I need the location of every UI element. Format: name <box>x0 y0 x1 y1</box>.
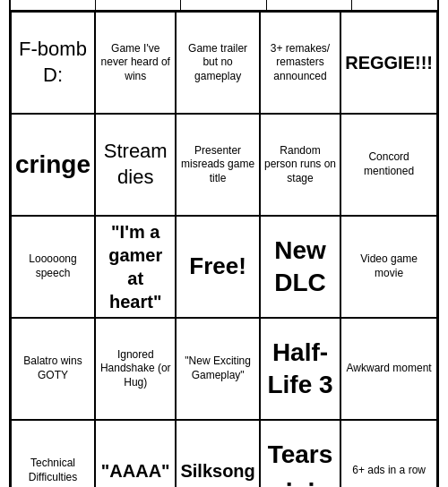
bingo-cell-6[interactable]: Stream dies <box>95 114 176 216</box>
bingo-cell-9[interactable]: Concord mentioned <box>340 114 437 216</box>
header-letter-N: N <box>181 0 266 10</box>
bingo-cell-2[interactable]: Game trailer but no gameplay <box>176 12 259 114</box>
bingo-header: BINGO <box>11 0 437 12</box>
bingo-cell-17[interactable]: "New Exciting Gameplay" <box>176 318 259 420</box>
header-letter-I: I <box>96 0 181 10</box>
bingo-grid: F-bomb D:Game I've never heard of winsGa… <box>11 12 437 487</box>
bingo-cell-5[interactable]: cringe <box>11 114 95 216</box>
bingo-cell-15[interactable]: Balatro wins GOTY <box>11 318 95 420</box>
bingo-cell-11[interactable]: "I'm a gamer at heart" <box>95 216 176 318</box>
bingo-cell-16[interactable]: Ignored Handshake (or Hug) <box>95 318 176 420</box>
bingo-cell-19[interactable]: Awkward moment <box>340 318 437 420</box>
bingo-cell-7[interactable]: Presenter misreads game title <box>176 114 259 216</box>
header-letter-O: O <box>352 0 437 10</box>
header-letter-G: G <box>267 0 352 10</box>
bingo-cell-20[interactable]: Technical Difficulties <box>11 420 95 487</box>
bingo-cell-14[interactable]: Video game movie <box>340 216 437 318</box>
bingo-cell-10[interactable]: Looooong speech <box>11 216 95 318</box>
bingo-cell-22[interactable]: Silksong <box>176 420 259 487</box>
bingo-cell-4[interactable]: REGGIE!!! <box>340 12 437 114</box>
bingo-cell-23[interactable]: Tears;_; <box>260 420 340 487</box>
bingo-card: BINGO F-bomb D:Game I've never heard of … <box>9 0 439 487</box>
bingo-cell-18[interactable]: Half-Life 3 <box>260 318 340 420</box>
header-letter-B: B <box>11 0 96 10</box>
bingo-cell-8[interactable]: Random person runs on stage <box>260 114 340 216</box>
bingo-cell-0[interactable]: F-bomb D: <box>11 12 95 114</box>
bingo-cell-3[interactable]: 3+ remakes/ remasters announced <box>260 12 340 114</box>
bingo-cell-12[interactable]: Free! <box>176 216 259 318</box>
bingo-cell-1[interactable]: Game I've never heard of wins <box>95 12 176 114</box>
bingo-cell-13[interactable]: New DLC <box>260 216 340 318</box>
bingo-cell-21[interactable]: "AAAA" <box>95 420 176 487</box>
bingo-cell-24[interactable]: 6+ ads in a row <box>340 420 437 487</box>
